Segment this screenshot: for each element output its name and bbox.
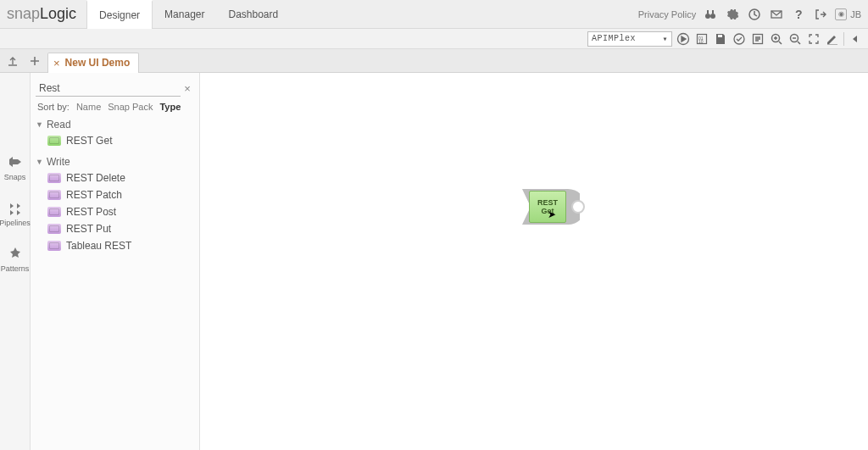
clear-search-icon[interactable]: ×	[181, 82, 194, 95]
collapse-arrow-icon[interactable]	[848, 31, 863, 47]
chevron-down-icon: ▼	[36, 120, 43, 129]
category-read-label: Read	[47, 119, 71, 131]
catalog-search-input[interactable]	[36, 80, 181, 97]
add-pipeline-button[interactable]	[25, 52, 44, 70]
upload-icon[interactable]	[3, 52, 22, 70]
avatar-icon: ◉	[835, 8, 847, 20]
rail-snaps[interactable]: Snaps	[4, 154, 26, 181]
fit-icon[interactable]	[806, 31, 821, 47]
app-right: Privacy Policy ? ◉ JB	[638, 7, 868, 22]
chevron-down-icon: ▼	[36, 158, 43, 166]
svg-text:10: 10	[698, 39, 704, 44]
snap-label: Tableau REST	[66, 240, 131, 252]
sort-name[interactable]: Name	[76, 102, 101, 112]
file-tab[interactable]: × New UI Demo	[47, 53, 139, 73]
clock-icon[interactable]	[747, 7, 762, 22]
play-icon[interactable]	[676, 31, 691, 47]
tab-dashboard-label: Dashboard	[228, 8, 278, 20]
properties-icon[interactable]	[750, 31, 765, 47]
file-tab-name: New UI Demo	[65, 57, 131, 69]
snap-rest-patch[interactable]: REST Patch	[44, 186, 194, 203]
left-rail: Snaps Pipelines Patterns	[0, 73, 31, 450]
help-icon[interactable]: ?	[791, 7, 806, 22]
save-icon[interactable]	[713, 31, 728, 47]
snap-rest-get[interactable]: REST Get	[44, 132, 194, 149]
snap-icon	[47, 136, 61, 146]
app-bar: snapLogic Designer Manager Dashboard Pri…	[0, 0, 868, 29]
sort-row: Sort by: Name Snap Pack Type	[31, 98, 199, 117]
binoculars-icon[interactable]	[703, 7, 718, 22]
canvas[interactable]: REST Get ➤	[200, 73, 868, 450]
snap-node-label: REST Get	[531, 198, 564, 215]
category-write: ▼Write REST Delete REST Patch REST Post …	[31, 154, 199, 259]
snap-label: REST Post	[66, 206, 116, 218]
svg-text:?: ?	[795, 8, 803, 21]
gear-icon[interactable]	[725, 7, 740, 22]
tab-dashboard[interactable]: Dashboard	[216, 0, 290, 29]
close-icon[interactable]: ×	[53, 57, 60, 69]
snap-icon	[47, 241, 61, 251]
logo-part2: Logic	[40, 5, 76, 23]
zoom-in-icon[interactable]	[769, 31, 784, 47]
validate-icon[interactable]	[732, 31, 747, 47]
user-badge[interactable]: ◉ JB	[835, 8, 861, 20]
svg-point-0	[705, 14, 710, 19]
privacy-link[interactable]: Privacy Policy	[638, 9, 696, 19]
sort-label: Sort by:	[37, 102, 70, 112]
binary-icon[interactable]: 0110	[694, 31, 709, 47]
category-write-label: Write	[47, 156, 70, 168]
user-initials: JB	[850, 9, 861, 19]
rail-snaps-label: Snaps	[4, 173, 26, 181]
edit-icon[interactable]	[825, 31, 840, 47]
snap-label: REST Delete	[66, 172, 125, 184]
snap-label: REST Patch	[66, 189, 122, 201]
chevron-down-icon: ▾	[662, 34, 668, 44]
logout-icon[interactable]	[813, 7, 828, 22]
pipeline-select[interactable]: APIMPlex ▾	[587, 31, 672, 47]
logo: snapLogic	[0, 5, 86, 23]
snap-icon	[47, 173, 61, 183]
rail-patterns-label: Patterns	[1, 264, 30, 273]
tab-manager[interactable]: Manager	[153, 0, 216, 29]
snap-tableau-rest[interactable]: Tableau REST	[44, 237, 194, 254]
snap-icon	[47, 190, 61, 200]
catalog-panel: × Sort by: Name Snap Pack Type ▼Read RES…	[31, 73, 200, 450]
snap-rest-delete[interactable]: REST Delete	[44, 169, 194, 186]
snap-node-body: REST Get	[529, 191, 566, 223]
pipeline-select-value: APIMPlex	[592, 34, 636, 43]
workspace: Snaps Pipelines Patterns × Sort by: Name…	[0, 73, 868, 450]
snap-rest-post[interactable]: REST Post	[44, 203, 194, 220]
mail-icon[interactable]	[769, 7, 784, 22]
svg-rect-2	[707, 10, 709, 14]
snap-label: REST Get	[66, 135, 112, 147]
category-write-header[interactable]: ▼Write	[36, 156, 194, 168]
category-read: ▼Read REST Get	[31, 117, 199, 154]
snap-rest-put[interactable]: REST Put	[44, 220, 194, 237]
snap-icon	[47, 207, 61, 217]
svg-point-1	[710, 14, 715, 19]
toolbar: APIMPlex ▾ 0110	[0, 29, 868, 49]
tab-manager-label: Manager	[164, 8, 204, 20]
rail-patterns[interactable]: Patterns	[1, 246, 30, 273]
sort-type[interactable]: Type	[159, 102, 181, 112]
tab-designer-label: Designer	[99, 9, 140, 21]
tab-designer[interactable]: Designer	[86, 0, 153, 29]
sort-snap-pack[interactable]: Snap Pack	[108, 102, 153, 112]
category-read-header[interactable]: ▼Read	[36, 119, 194, 131]
svg-point-11	[734, 34, 744, 44]
svg-rect-3	[712, 10, 714, 14]
snap-node-output-port[interactable]	[571, 200, 585, 214]
rail-pipelines[interactable]: Pipelines	[0, 200, 31, 227]
snap-node-rest-get[interactable]: REST Get	[520, 187, 580, 226]
filetab-strip: × New UI Demo	[0, 49, 868, 73]
logo-part1: snap	[7, 5, 40, 23]
rail-pipelines-label: Pipelines	[0, 219, 31, 227]
snap-icon	[47, 224, 61, 234]
zoom-out-icon[interactable]	[787, 31, 803, 47]
snap-label: REST Put	[66, 223, 111, 235]
